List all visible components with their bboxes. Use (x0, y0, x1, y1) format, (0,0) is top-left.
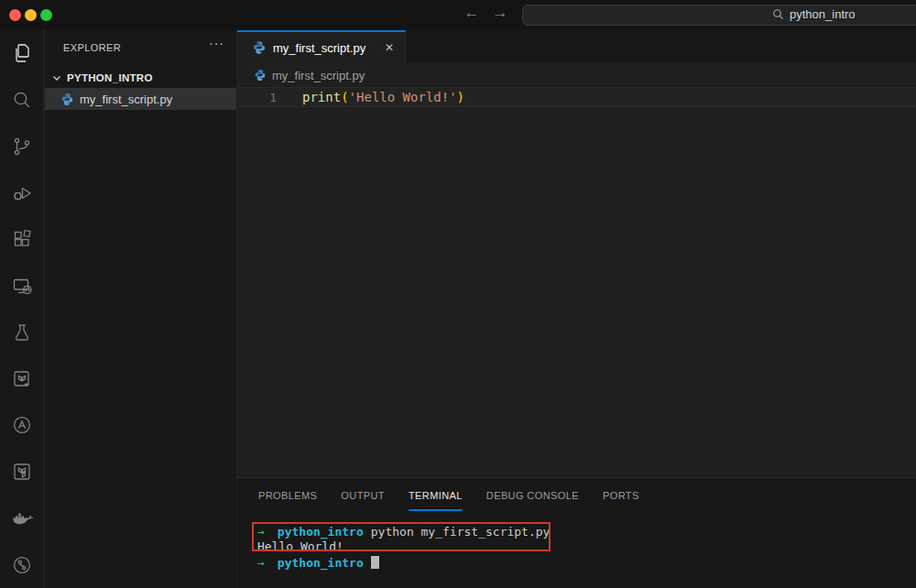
history-back-button[interactable]: ← (461, 4, 483, 22)
line-number: 1 (237, 91, 277, 104)
terminal-cursor (371, 556, 379, 569)
tab-strip: my_first_script.py ✕ (237, 30, 916, 63)
explorer-sidebar: EXPLORER ··· PYTHON_INTRO my_first_scrip… (45, 30, 236, 588)
bottom-panel: PROBLEMS OUTPUT TERMINAL DEBUG CONSOLE P… (237, 477, 916, 588)
search-icon (772, 8, 784, 20)
code-token-function: print (302, 90, 341, 104)
extensions-icon[interactable] (0, 216, 44, 263)
editor-group: my_first_script.py ✕ my_first_script.py … (237, 30, 916, 477)
tab-output[interactable]: OUTPUT (341, 478, 385, 512)
code-line-1[interactable]: 1 print('Hello World!') (237, 87, 916, 107)
prompt-arrow-icon: → (257, 525, 265, 539)
run-and-debug-icon[interactable] (0, 169, 44, 216)
tab-close-icon[interactable]: ✕ (383, 39, 396, 56)
testing-beaker-icon[interactable] (0, 310, 44, 356)
activity-bar (0, 30, 44, 588)
terminal-prompt-line: →python_intro (257, 554, 550, 569)
prompt-directory: python_intro (278, 525, 364, 539)
command-center-search-value: python_intro (790, 7, 856, 21)
tab-label: my_first_script.py (273, 41, 365, 55)
search-sidebar-icon[interactable] (0, 77, 44, 124)
chevron-down-icon (49, 71, 64, 85)
terraform-cloud-icon[interactable] (0, 355, 44, 402)
docker-icon[interactable] (0, 495, 44, 542)
explorer-title: EXPLORER (63, 42, 121, 53)
python-icon (60, 93, 74, 106)
command-center-search[interactable]: python_intro (522, 5, 916, 26)
python-icon (254, 69, 267, 82)
explorer-icon[interactable] (0, 30, 44, 77)
tab-problems[interactable]: PROBLEMS (258, 478, 317, 512)
tab-ports[interactable]: PORTS (603, 478, 639, 512)
tab-my-first-script[interactable]: my_first_script.py ✕ (237, 30, 406, 63)
terminal-output-line: Hello World! (257, 539, 550, 554)
code-text: print('Hello World!') (302, 90, 464, 104)
window-minimize-button[interactable] (25, 9, 37, 21)
explorer-more-actions-button[interactable]: ··· (209, 36, 224, 50)
history-forward-button[interactable]: → (489, 4, 511, 22)
terminal-content[interactable]: →python_intropython my_first_script.py H… (257, 525, 550, 569)
terminal-command-line: →python_intropython my_first_script.py (257, 525, 550, 539)
a-circle-icon[interactable] (0, 402, 44, 449)
tab-debug-console[interactable]: DEBUG CONSOLE (486, 478, 579, 512)
tab-terminal[interactable]: TERMINAL (409, 478, 463, 512)
window-close-button[interactable] (9, 9, 21, 21)
git-graph-circle-icon[interactable] (0, 541, 44, 588)
titlebar: ← → python_intro (0, 0, 916, 30)
folder-python-intro[interactable]: PYTHON_INTRO (45, 68, 236, 88)
code-token-open-paren: ( (341, 90, 348, 104)
file-label: my_first_script.py (80, 93, 172, 106)
file-my-first-script[interactable]: my_first_script.py (45, 88, 236, 110)
code-token-close-paren: ) (457, 90, 464, 104)
terminal-command: python my_first_script.py (371, 525, 551, 539)
code-token-string: 'Hello World!' (349, 90, 457, 104)
prompt-arrow-icon: → (257, 556, 265, 570)
source-control-icon[interactable] (0, 124, 44, 170)
breadcrumb-file-label: my_first_script.py (272, 69, 365, 82)
folder-label: PYTHON_INTRO (67, 72, 153, 83)
panel-tab-bar: PROBLEMS OUTPUT TERMINAL DEBUG CONSOLE P… (258, 478, 639, 512)
remote-explorer-icon[interactable] (0, 263, 44, 310)
prompt-directory: python_intro (278, 556, 364, 570)
window-zoom-button[interactable] (40, 9, 52, 21)
breadcrumb[interactable]: my_first_script.py (237, 63, 916, 87)
terraform-icon[interactable] (0, 449, 44, 495)
python-icon (252, 40, 267, 55)
